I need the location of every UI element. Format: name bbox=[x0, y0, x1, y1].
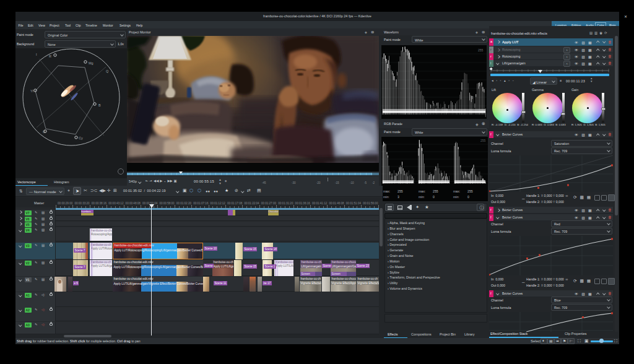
svg-text:Cy: Cy bbox=[79, 136, 83, 140]
svg-text:max:: max: bbox=[419, 189, 425, 193]
svg-text:255: 255 bbox=[467, 189, 473, 193]
svg-text:Mg: Mg bbox=[89, 61, 93, 65]
svg-text:3: 3 bbox=[397, 195, 399, 199]
svg-text:255: 255 bbox=[480, 139, 486, 142]
svg-text:Yl: Yl bbox=[30, 89, 33, 93]
svg-text:255: 255 bbox=[397, 189, 403, 193]
svg-text:I: I bbox=[36, 53, 37, 56]
svg-text:max:: max: bbox=[383, 189, 390, 193]
svg-text:0: 0 bbox=[433, 195, 435, 199]
svg-text:255: 255 bbox=[478, 48, 484, 52]
svg-text:min:: min: bbox=[383, 195, 389, 199]
svg-text:0: 0 bbox=[467, 195, 469, 199]
svg-text:R: R bbox=[49, 54, 51, 58]
svg-text:255: 255 bbox=[433, 189, 438, 193]
svg-text:min:: min: bbox=[419, 195, 425, 199]
svg-text:max:: max: bbox=[453, 189, 460, 193]
svg-text:B: B bbox=[98, 103, 101, 107]
svg-text:min:: min: bbox=[453, 195, 459, 199]
svg-text:Q: Q bbox=[106, 69, 109, 73]
